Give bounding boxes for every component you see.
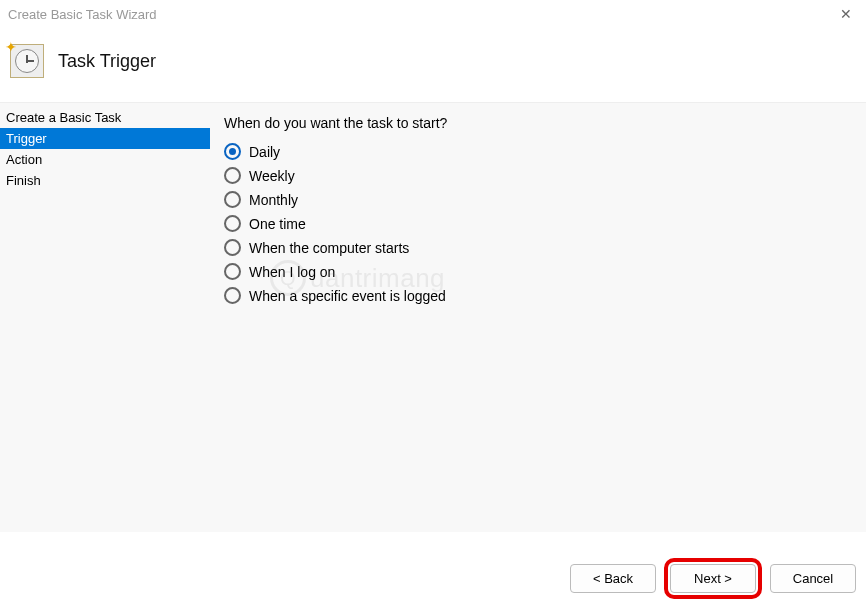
sidebar-item-label: Create a Basic Task [6,110,121,125]
wizard-header: ✦ Task Trigger [0,26,866,102]
wizard-content: When do you want the task to start? Dail… [210,103,866,532]
radio-icon [224,239,241,256]
option-log-on[interactable]: When I log on [224,263,852,280]
option-label: When the computer starts [249,240,409,256]
window-title: Create Basic Task Wizard [8,7,157,22]
option-label: When a specific event is logged [249,288,446,304]
option-label: Daily [249,144,280,160]
option-daily[interactable]: Daily [224,143,852,160]
radio-icon [224,263,241,280]
trigger-prompt: When do you want the task to start? [224,115,852,131]
wizard-footer: < Back Next > Cancel [570,558,856,599]
sidebar-item-action[interactable]: Action [0,149,210,170]
sidebar-item-create-basic-task[interactable]: Create a Basic Task [0,107,210,128]
titlebar: Create Basic Task Wizard ✕ [0,0,866,26]
sidebar-item-label: Finish [6,173,41,188]
trigger-options: Daily Weekly Monthly One time When the c… [224,143,852,304]
sidebar-item-trigger[interactable]: Trigger [0,128,210,149]
option-label: One time [249,216,306,232]
wizard-body: Create a Basic Task Trigger Action Finis… [0,102,866,532]
option-label: When I log on [249,264,335,280]
task-scheduler-icon: ✦ [10,44,44,78]
option-label: Weekly [249,168,295,184]
sidebar-item-label: Action [6,152,42,167]
radio-icon [224,167,241,184]
sidebar-item-finish[interactable]: Finish [0,170,210,191]
option-weekly[interactable]: Weekly [224,167,852,184]
option-specific-event[interactable]: When a specific event is logged [224,287,852,304]
option-computer-starts[interactable]: When the computer starts [224,239,852,256]
option-label: Monthly [249,192,298,208]
option-one-time[interactable]: One time [224,215,852,232]
page-title: Task Trigger [58,51,156,72]
radio-icon [224,215,241,232]
back-button[interactable]: < Back [570,564,656,593]
sidebar-item-label: Trigger [6,131,47,146]
next-button[interactable]: Next > [670,564,756,593]
cancel-button[interactable]: Cancel [770,564,856,593]
radio-icon [224,287,241,304]
option-monthly[interactable]: Monthly [224,191,852,208]
radio-icon [224,143,241,160]
close-icon[interactable]: ✕ [836,6,856,22]
wizard-steps-sidebar: Create a Basic Task Trigger Action Finis… [0,103,210,532]
next-button-highlight: Next > [664,558,762,599]
radio-icon [224,191,241,208]
